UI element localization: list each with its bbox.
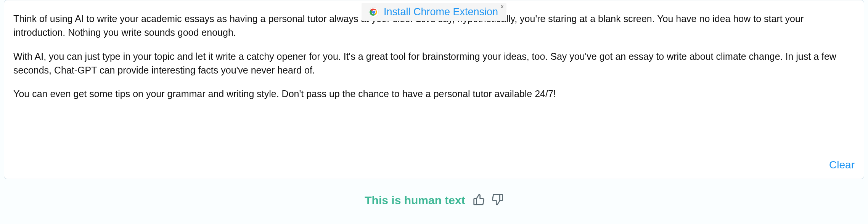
- feedback-icons: [473, 194, 503, 207]
- result-row: This is human text: [0, 194, 868, 207]
- install-extension-banner[interactable]: Install Chrome Extension x: [362, 3, 506, 21]
- close-banner-button[interactable]: x: [501, 4, 504, 9]
- thumbs-up-button[interactable]: [473, 194, 485, 207]
- paragraph: You can even get some tips on your gramm…: [13, 87, 855, 101]
- clear-button[interactable]: Clear: [829, 159, 855, 171]
- chrome-icon: [368, 7, 379, 18]
- clear-row: Clear: [13, 159, 855, 171]
- install-extension-label: Install Chrome Extension: [384, 6, 498, 18]
- text-content[interactable]: Think of using AI to write your academic…: [13, 12, 855, 140]
- result-verdict: This is human text: [365, 194, 465, 207]
- thumbs-down-button[interactable]: [491, 194, 503, 207]
- thumbs-down-icon: [491, 194, 503, 207]
- paragraph: With AI, you can just type in your topic…: [13, 50, 855, 77]
- text-input-container: Think of using AI to write your academic…: [4, 0, 864, 179]
- thumbs-up-icon: [473, 194, 485, 207]
